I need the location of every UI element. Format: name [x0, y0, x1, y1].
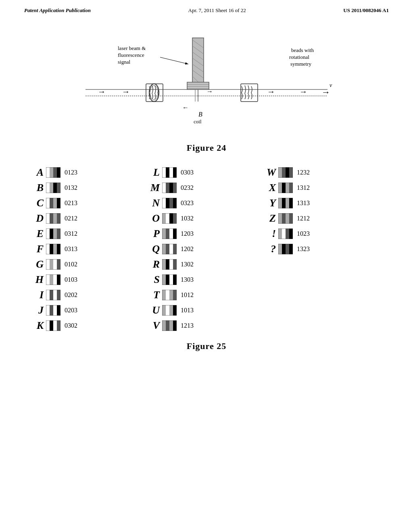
- char-letter: V: [148, 320, 160, 332]
- char-letter: B: [32, 182, 44, 194]
- char-code: 1013: [181, 307, 194, 314]
- char-letter: C: [32, 197, 44, 209]
- char-letter: ?: [265, 243, 276, 255]
- char-row: A0123: [32, 165, 148, 180]
- char-letter: P: [148, 228, 160, 240]
- svg-rect-56: [57, 213, 60, 224]
- char-code: 0303: [181, 169, 194, 176]
- char-row: F0313: [32, 242, 148, 256]
- char-bead-pattern: [46, 198, 60, 208]
- char-code: 1012: [181, 291, 194, 299]
- svg-rect-101: [173, 183, 177, 193]
- svg-rect-58: [46, 229, 50, 239]
- svg-text:fluorescence: fluorescence: [118, 52, 144, 58]
- char-code: 0132: [65, 184, 77, 191]
- svg-text:B: B: [198, 111, 202, 118]
- figure24-caption: Figure 24: [187, 143, 226, 153]
- char-bead-pattern: [278, 198, 293, 208]
- svg-text:←: ←: [182, 104, 189, 111]
- svg-rect-11: [146, 84, 163, 102]
- char-bead-pattern: [278, 229, 293, 239]
- char-letter: Y: [265, 197, 276, 209]
- char-code: 1023: [297, 230, 310, 237]
- char-code: 1323: [297, 245, 310, 253]
- char-bead-pattern: [46, 244, 60, 254]
- svg-rect-140: [169, 305, 173, 316]
- svg-rect-143: [162, 320, 166, 331]
- svg-rect-138: [162, 305, 166, 316]
- char-letter: W: [265, 166, 276, 179]
- svg-rect-75: [53, 274, 57, 285]
- char-row: P1203: [148, 227, 265, 241]
- char-bead-pattern: [46, 167, 60, 178]
- svg-rect-45: [53, 183, 57, 193]
- svg-rect-12: [241, 84, 258, 102]
- char-row: X1312: [265, 181, 381, 195]
- svg-rect-133: [162, 290, 166, 300]
- char-row: Q1202: [148, 242, 265, 256]
- svg-rect-169: [282, 229, 286, 239]
- svg-rect-175: [286, 244, 289, 254]
- figure25-section: A0123B0132C0213D0212E0312F0313G0102H0103…: [0, 157, 413, 355]
- svg-rect-166: [289, 213, 293, 224]
- char-letter: T: [148, 289, 160, 301]
- svg-rect-109: [166, 213, 169, 224]
- svg-rect-93: [162, 167, 166, 178]
- char-bead-pattern: [162, 183, 177, 193]
- char-bead-pattern: [278, 213, 293, 224]
- char-code: 1232: [297, 169, 310, 176]
- svg-rect-116: [173, 229, 177, 239]
- svg-rect-108: [162, 213, 166, 224]
- svg-rect-168: [278, 229, 282, 239]
- svg-rect-95: [169, 167, 173, 178]
- svg-rect-79: [50, 290, 53, 300]
- char-code: 1202: [181, 245, 194, 253]
- svg-rect-165: [286, 213, 289, 224]
- svg-rect-40: [53, 167, 57, 178]
- svg-rect-51: [57, 198, 60, 208]
- svg-rect-68: [46, 259, 50, 270]
- svg-rect-63: [46, 244, 50, 254]
- svg-rect-105: [169, 198, 173, 208]
- svg-rect-48: [46, 198, 50, 208]
- char-column-3: W1232X1312Y1313Z1212!1023?1323: [265, 165, 381, 333]
- char-bead-pattern: [46, 320, 60, 331]
- svg-rect-41: [57, 167, 60, 178]
- svg-rect-76: [57, 274, 60, 285]
- svg-rect-158: [278, 198, 282, 208]
- svg-rect-84: [50, 305, 53, 316]
- char-row: W1232: [265, 165, 381, 180]
- svg-text:→: →: [122, 87, 130, 96]
- svg-rect-149: [282, 167, 286, 178]
- figure24-diagram: → → → → → → v: [61, 30, 352, 139]
- svg-rect-134: [166, 290, 169, 300]
- char-row: M0232: [148, 181, 265, 195]
- svg-rect-176: [289, 244, 293, 254]
- char-code: 1032: [181, 215, 194, 222]
- svg-rect-90: [53, 320, 57, 331]
- svg-rect-121: [173, 244, 177, 254]
- svg-text:beads with: beads with: [291, 47, 314, 53]
- char-row: T1012: [148, 288, 265, 302]
- char-row: U1013: [148, 303, 265, 318]
- svg-rect-111: [173, 213, 177, 224]
- char-code: 1213: [181, 322, 194, 329]
- svg-rect-46: [57, 183, 60, 193]
- svg-rect-125: [169, 259, 173, 270]
- svg-text:→: →: [299, 87, 307, 96]
- svg-rect-88: [46, 320, 50, 331]
- svg-rect-74: [50, 274, 53, 285]
- char-code: 0302: [65, 322, 77, 329]
- svg-rect-124: [166, 259, 169, 270]
- svg-rect-78: [46, 290, 50, 300]
- char-code: 0313: [65, 245, 77, 253]
- char-code: 0203: [65, 307, 77, 314]
- svg-rect-174: [282, 244, 286, 254]
- char-letter: S: [148, 274, 160, 286]
- svg-rect-159: [282, 198, 286, 208]
- char-letter: A: [32, 166, 44, 179]
- char-letter: K: [32, 320, 44, 332]
- char-code: 0212: [65, 215, 77, 222]
- char-bead-pattern: [162, 274, 177, 285]
- char-column-2: L0303M0232N0323O1032P1203Q1202R1302S1303…: [148, 165, 265, 333]
